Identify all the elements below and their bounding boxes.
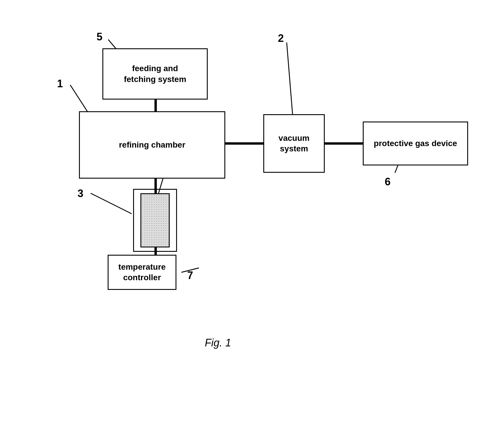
label-3: 3 — [78, 187, 83, 200]
temperature-controller-label: temperaturecontroller — [118, 262, 166, 283]
vacuum-system-box: vacuum system — [263, 114, 325, 173]
vacuum-system-label: vacuum system — [264, 133, 324, 154]
heating-element-outer — [133, 189, 177, 252]
label-6: 6 — [385, 176, 391, 188]
svg-line-6 — [287, 42, 293, 114]
label-1: 1 — [57, 78, 63, 90]
diagram-container: 5 2 1 3 4 6 7 feeding andfetching system… — [0, 0, 495, 448]
label-7: 7 — [187, 269, 193, 282]
protective-gas-box: protective gas device — [363, 122, 468, 165]
feeding-fetching-system-box: feeding andfetching system — [102, 48, 208, 100]
refining-chamber-box: refining chamber — [79, 111, 225, 179]
label-5: 5 — [97, 31, 102, 43]
protective-gas-label: protective gas device — [374, 138, 457, 149]
figure-label: Fig. 1 — [205, 337, 231, 349]
svg-line-8 — [91, 193, 132, 214]
label-2: 2 — [278, 32, 284, 45]
diagram-svg — [0, 0, 495, 448]
feeding-fetching-label: feeding andfetching system — [124, 63, 186, 85]
refining-chamber-label: refining chamber — [119, 140, 185, 150]
temperature-controller-box: temperaturecontroller — [108, 255, 176, 290]
